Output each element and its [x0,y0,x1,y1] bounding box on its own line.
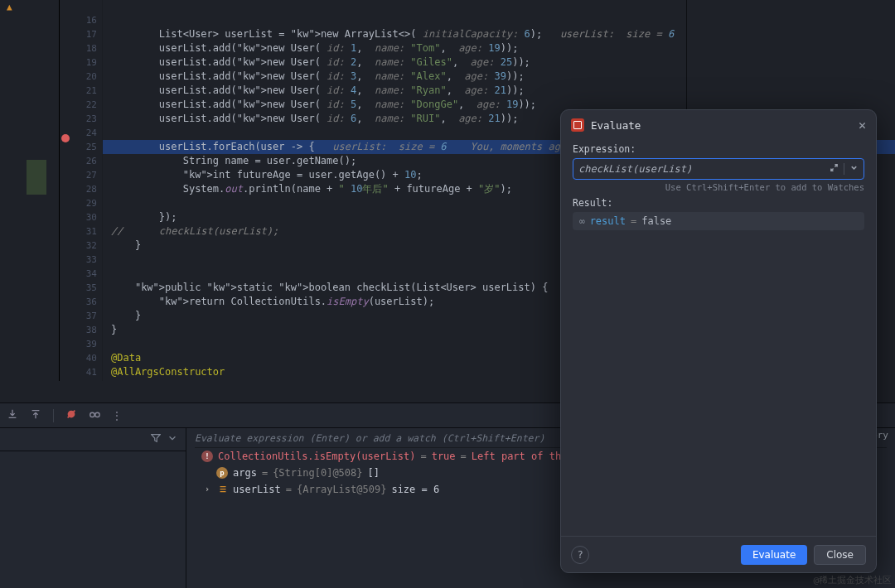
param-icon: p [216,467,228,479]
expand-icon[interactable]: › [201,484,213,495]
mute-breakpoints-icon[interactable] [65,408,77,422]
code-line-21[interactable]: userList.add("kw">new User( id: 4, name:… [103,84,895,98]
result-label: Result: [573,197,864,209]
result-link-icon: ∞ [579,216,585,227]
frames-panel [0,428,186,588]
var-name: userList [233,481,281,498]
glasses-icon[interactable] [89,408,100,422]
app-icon [571,118,584,132]
expression-input-wrapper[interactable]: checkList(userList) [573,158,864,180]
code-line-19[interactable]: userList.add("kw">new User( id: 2, name:… [103,55,895,70]
code-line-16[interactable] [103,13,895,27]
toolbar-separator [53,409,54,422]
warning-icon: ▲ [7,2,12,12]
watermark: @稀土掘金技术社区 [813,574,892,586]
evaluate-dialog: Evaluate ✕ Expression: checkList(userLis… [560,109,877,573]
dialog-header[interactable]: Evaluate ✕ [561,110,876,140]
breakpoint-icon[interactable] [61,134,70,142]
line-number-gutter: 1617181920212223242526272829303132333435… [73,0,103,381]
left-gutter-column: ▲ [0,0,60,381]
breakpoint-column[interactable] [60,0,73,381]
result-value: false [641,215,671,227]
watch-expr: CollectionUtils.isEmpty(userList) [218,448,415,465]
svg-point-2 [90,412,94,417]
chevron-down-icon[interactable] [849,163,859,175]
expand-icon[interactable] [830,163,839,175]
close-button[interactable]: Close [814,545,866,565]
expression-label: Expression: [573,143,864,155]
result-name: result [590,215,626,227]
step-up-icon[interactable] [30,408,41,422]
code-line-20[interactable]: userList.add("kw">new User( id: 3, name:… [103,70,895,84]
error-icon: ! [201,451,213,462]
var-name: args [233,465,257,481]
list-icon: ☰ [218,484,228,494]
filter-icon[interactable] [151,433,161,446]
coverage-marker [27,160,46,195]
code-line-17[interactable]: List<User> userList = "kw">new ArrayList… [103,27,895,41]
result-row[interactable]: ∞ result = false [573,212,864,230]
help-button[interactable]: ? [571,546,589,564]
close-icon[interactable]: ✕ [859,118,866,133]
evaluate-button[interactable]: Evaluate [741,545,807,565]
svg-point-3 [95,412,99,417]
chevron-down-icon[interactable] [167,433,177,446]
dialog-footer: ? Evaluate Close [561,536,876,572]
frames-filter-row [0,428,186,451]
dialog-title: Evaluate [591,119,641,132]
expression-input[interactable]: checkList(userList) [578,163,830,175]
shortcut-hint: Use Ctrl+Shift+Enter to add to Watches [573,182,864,192]
step-down-icon[interactable] [7,408,18,422]
more-icon[interactable]: ⋮ [112,410,123,422]
code-line-18[interactable]: userList.add("kw">new User( id: 1, name:… [103,41,895,55]
